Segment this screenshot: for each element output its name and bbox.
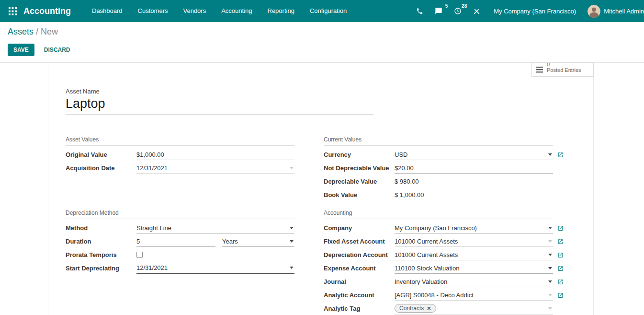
company-switcher[interactable]: My Company (San Francisco)	[486, 8, 584, 15]
remove-tag-icon[interactable]: ✕	[427, 306, 431, 311]
menu-dashboard[interactable]: Dashboard	[84, 0, 130, 22]
field-row-acquisition-date: Acquisition Date 12/31/2021	[66, 162, 294, 175]
field-row-currency: Currency USD	[324, 148, 553, 162]
apps-grid-icon[interactable]	[6, 7, 20, 15]
group-title: Asset Values	[66, 136, 294, 146]
original-value-input[interactable]: $1,000.00	[136, 150, 294, 160]
journal-select[interactable]: Inventory Valuation	[395, 277, 553, 287]
group-title: Depreciation Method	[66, 210, 294, 219]
save-button[interactable]: SAVE	[8, 44, 34, 56]
top-navbar: Accounting Dashboard Customers Vendors A…	[0, 0, 644, 22]
method-select[interactable]: Straight Line	[136, 223, 294, 233]
field-row-analytic-account: Analytic Account [AGR] S00048 - Deco Add…	[324, 289, 553, 302]
company-select[interactable]: My Company (San Francisco)	[395, 223, 553, 233]
menu-accounting[interactable]: Accounting	[214, 0, 260, 22]
journal-label: Journal	[324, 278, 395, 285]
analytic-tag-pill[interactable]: Contracts ✕	[395, 304, 436, 313]
depreciation-account-select[interactable]: 101000 Current Assets	[395, 250, 553, 260]
caret-down-icon	[548, 294, 552, 296]
external-link-icon[interactable]	[557, 252, 564, 258]
menu-customers[interactable]: Customers	[130, 0, 176, 22]
analytic-tag-input[interactable]: Contracts ✕	[395, 303, 553, 315]
messages-icon[interactable]: 5	[429, 0, 448, 22]
field-row-expense-account: Expense Account 110100 Stock Valuation	[324, 262, 553, 275]
activities-badge: 28	[462, 3, 467, 9]
expense-account-select[interactable]: 110100 Stock Valuation	[395, 263, 553, 274]
menu-vendors[interactable]: Vendors	[175, 0, 214, 22]
analytic-account-select[interactable]: [AGR] S00048 - Deco Addict	[395, 290, 553, 301]
external-link-icon[interactable]	[557, 225, 564, 231]
user-avatar[interactable]	[588, 5, 600, 18]
menu-configuration[interactable]: Configuration	[302, 0, 354, 22]
discard-button[interactable]: DISCARD	[41, 46, 73, 54]
currency-select[interactable]: USD	[395, 150, 553, 160]
prorata-temporis-label: Prorata Temporis	[66, 251, 136, 258]
caret-down-icon	[548, 227, 552, 229]
app-name[interactable]: Accounting	[23, 6, 71, 16]
group-title: Accounting	[324, 210, 553, 219]
depreciable-value-readonly: $ 980.00	[395, 176, 553, 187]
breadcrumb-assets[interactable]: Assets	[8, 27, 34, 36]
field-row-not-depreciable-value: Not Depreciable Value $20.00	[324, 162, 553, 175]
group-current-values: Current Values Currency USD Not Deprecia…	[324, 136, 553, 202]
book-value-label: Book Value	[324, 191, 395, 198]
activities-icon[interactable]: 28	[448, 0, 467, 22]
group-accounting: Accounting Company My Company (San Franc…	[324, 210, 553, 315]
tools-icon[interactable]	[467, 0, 486, 22]
caret-down-icon	[548, 153, 552, 156]
group-depreciation-method: Depreciation Method Method Straight Line…	[66, 210, 294, 315]
caret-down-icon	[548, 267, 552, 269]
acquisition-date-input[interactable]: 12/31/2021	[136, 163, 294, 174]
start-depreciating-label: Start Depreciating	[66, 265, 136, 272]
group-asset-values: Asset Values Original Value $1,000.00 Ac…	[66, 136, 294, 202]
currency-label: Currency	[324, 151, 395, 158]
field-row-depreciation-account: Depreciation Account 101000 Current Asse…	[324, 248, 553, 262]
analytic-account-label: Analytic Account	[324, 292, 395, 299]
messages-badge: 5	[445, 3, 448, 9]
main-menu: Dashboard Customers Vendors Accounting R…	[84, 0, 354, 22]
group-title: Current Values	[324, 136, 553, 146]
external-link-icon[interactable]	[557, 152, 564, 158]
menu-reporting[interactable]: Reporting	[260, 0, 302, 22]
breadcrumb-separator: /	[36, 27, 38, 36]
posted-entries-label: Posted Entries	[547, 67, 581, 73]
user-menu[interactable]: Mitchell Admin	[604, 8, 644, 15]
start-depreciating-input[interactable]: 12/31/2021	[136, 263, 294, 274]
posted-entries-button[interactable]: 0 Posted Entries	[531, 62, 594, 77]
phone-icon[interactable]	[410, 0, 429, 22]
caret-down-icon	[290, 240, 294, 243]
depreciable-value-label: Depreciable Value	[324, 178, 395, 185]
not-depreciable-value-input[interactable]: $20.00	[395, 163, 553, 174]
field-row-book-value: Book Value $ 1,000.00	[324, 188, 553, 202]
field-row-journal: Journal Inventory Valuation	[324, 275, 553, 289]
duration-input[interactable]: 5	[136, 236, 215, 247]
external-link-icon[interactable]	[557, 238, 564, 245]
field-row-original-value: Original Value $1,000.00	[66, 148, 294, 162]
expense-account-label: Expense Account	[324, 265, 395, 272]
fixed-asset-account-select[interactable]: 101000 Current Assets	[395, 236, 553, 247]
book-value-readonly: $ 1,000.00	[395, 190, 553, 200]
prorata-checkbox[interactable]	[136, 252, 143, 258]
field-row-duration: Duration 5 Years	[66, 235, 294, 248]
field-row-analytic-tag: Analytic Tag Contracts ✕	[324, 302, 553, 315]
depreciation-account-label: Depreciation Account	[324, 251, 395, 258]
posted-entries-count: 0	[547, 62, 581, 67]
field-row-method: Method Straight Line	[66, 222, 294, 235]
control-panel: Assets / New SAVE DISCARD	[0, 22, 644, 63]
acquisition-date-label: Acquisition Date	[66, 164, 136, 172]
breadcrumb: Assets / New	[8, 27, 636, 37]
caret-down-icon	[290, 167, 294, 169]
caret-down-icon	[548, 254, 552, 256]
method-label: Method	[66, 224, 136, 232]
external-link-icon[interactable]	[557, 279, 564, 285]
field-row-company: Company My Company (San Francisco)	[324, 222, 553, 235]
asset-name-input[interactable]: Laptop	[66, 96, 373, 115]
external-link-icon[interactable]	[557, 265, 564, 271]
field-row-depreciable-value: Depreciable Value $ 980.00	[324, 175, 553, 188]
external-link-icon[interactable]	[557, 292, 564, 298]
company-label: Company	[324, 224, 395, 232]
breadcrumb-current: New	[41, 27, 58, 36]
field-row-prorata-temporis: Prorata Temporis	[66, 248, 294, 262]
tag-label: Contracts	[399, 305, 424, 312]
duration-unit-select[interactable]: Years	[222, 236, 294, 247]
